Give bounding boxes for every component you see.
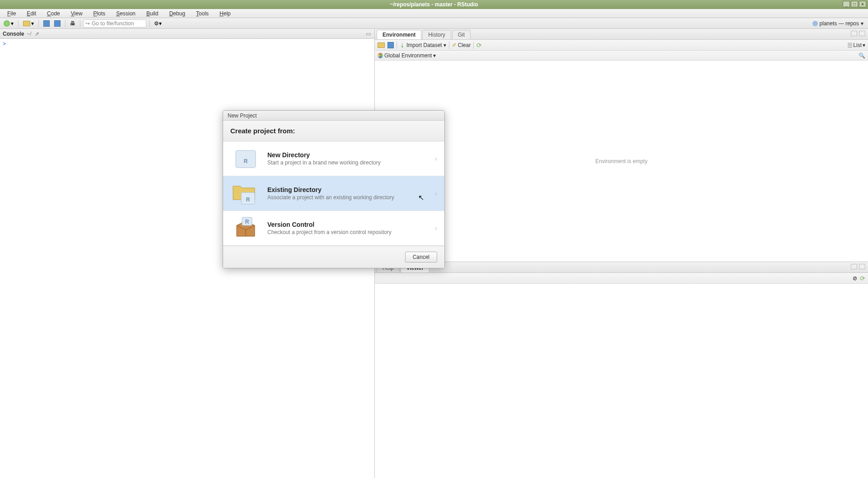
folder-icon: [23, 21, 30, 26]
menu-view[interactable]: View: [66, 9, 87, 18]
svg-text:R: R: [244, 158, 248, 164]
save-button[interactable]: [42, 19, 51, 28]
option-subtitle: Checkout a project from a version contro…: [267, 229, 429, 235]
save-workspace-button[interactable]: [387, 42, 394, 48]
search-icon: 🔍: [859, 52, 865, 59]
pane-min-icon[interactable]: [851, 264, 857, 269]
env-search-input[interactable]: 🔍: [859, 52, 865, 59]
console-maximize-icon[interactable]: ▭: [364, 30, 372, 37]
dialog-header: Create project from:: [223, 121, 444, 141]
version-control-icon: R: [230, 216, 261, 240]
option-version-control[interactable]: R Version Control Checkout a project fro…: [223, 211, 444, 246]
separator: [38, 20, 39, 27]
project-selector[interactable]: planets — repos ▾: [810, 20, 866, 27]
minimize-button[interactable]: _: [843, 1, 850, 7]
menu-help[interactable]: Help: [215, 9, 235, 18]
cancel-button[interactable]: Cancel: [405, 252, 437, 262]
window-title: ~/repos/planets - master - RStudio: [390, 1, 478, 8]
save-icon: [43, 20, 50, 27]
option-new-directory[interactable]: R New Directory Start a project in a bra…: [223, 141, 444, 176]
console-path: ~/: [27, 31, 31, 37]
separator: [149, 20, 149, 27]
console-header: Console ~/ ⇗ ▭: [0, 29, 374, 39]
svg-text:R: R: [245, 219, 249, 225]
console-popout-icon[interactable]: ⇗: [33, 30, 41, 37]
option-title: Existing Directory: [267, 186, 429, 193]
open-file-button[interactable]: ▾: [21, 19, 36, 28]
close-button[interactable]: ×: [859, 1, 866, 7]
pane-max-icon[interactable]: [859, 264, 865, 269]
menu-debug[interactable]: Debug: [165, 9, 190, 18]
goto-placeholder: Go to file/function: [92, 20, 134, 27]
new-file-button[interactable]: ▾: [2, 19, 15, 28]
new-directory-icon: R: [230, 147, 261, 170]
upper-right-tabs: Environment History Git: [375, 29, 868, 40]
clear-label: Clear: [458, 42, 471, 48]
separator: [80, 20, 80, 27]
window-controls: _ □ ×: [843, 1, 866, 7]
option-title: New Directory: [267, 151, 429, 159]
refresh-button[interactable]: ⟳: [476, 42, 482, 49]
goto-arrow-icon: ↪: [85, 20, 90, 27]
list-label: List: [853, 42, 862, 48]
dialog-titlebar: New Project: [223, 111, 444, 121]
menu-build[interactable]: Build: [142, 9, 163, 18]
save-all-button[interactable]: [52, 19, 62, 28]
list-view-button[interactable]: List▾: [848, 42, 865, 48]
load-workspace-button[interactable]: [378, 42, 385, 48]
option-title: Version Control: [267, 221, 429, 228]
dialog-footer: Cancel: [223, 246, 444, 268]
addins-button[interactable]: ⚙▾: [152, 19, 163, 28]
project-label: planets — repos: [820, 20, 859, 27]
project-icon: [812, 21, 818, 26]
pane-min-icon[interactable]: [851, 31, 857, 36]
plus-icon: [4, 20, 10, 27]
viewer-refresh-icon[interactable]: ⟳: [860, 275, 865, 282]
console-prompt: >: [3, 41, 6, 47]
import-dataset-button[interactable]: ⭳ Import Dataset▾: [400, 42, 446, 48]
broom-icon: ✐: [452, 42, 457, 48]
console-title: Console: [3, 31, 24, 37]
option-subtitle: Start a project in a brand new working d…: [267, 159, 429, 166]
tab-history[interactable]: History: [422, 30, 451, 39]
chevron-right-icon: ›: [435, 155, 437, 162]
separator: [18, 20, 19, 27]
pane-max-icon[interactable]: [859, 31, 865, 36]
env-empty-label: Environment is empty: [595, 158, 647, 164]
option-existing-directory[interactable]: R Existing Directory Associate a project…: [223, 176, 444, 211]
chevron-right-icon: ›: [435, 190, 437, 197]
env-scope-dropdown[interactable]: Global Environment▾: [378, 52, 436, 59]
menu-plots[interactable]: Plots: [89, 9, 110, 18]
menu-file[interactable]: File: [3, 9, 20, 18]
separator: [65, 20, 65, 27]
env-scope-bar: Global Environment▾ 🔍: [375, 51, 868, 61]
menu-tools[interactable]: Tools: [191, 9, 213, 18]
lower-right-tabs: Help Viewer: [375, 262, 868, 273]
option-subtitle: Associate a project with an existing wor…: [267, 194, 429, 201]
viewer-toolbar: ⊘ ⟳: [375, 273, 868, 284]
import-label: Import Dataset: [406, 42, 442, 48]
dialog-heading: Create project from:: [230, 127, 437, 135]
main-toolbar: ▾ ▾ 🖶 ↪ Go to file/function ⚙▾ planets —…: [0, 18, 868, 29]
tab-git[interactable]: Git: [452, 30, 471, 39]
env-toolbar: ⭳ Import Dataset▾ ✐ Clear ⟳ List▾: [375, 40, 868, 51]
viewer-body: [375, 284, 868, 478]
clear-button[interactable]: ✐ Clear: [452, 42, 471, 48]
viewer-remove-icon[interactable]: ⊘: [853, 275, 857, 281]
env-body: Environment is empty: [375, 61, 868, 262]
chevron-right-icon: ›: [435, 225, 437, 232]
goto-file-input[interactable]: ↪ Go to file/function: [83, 19, 146, 28]
list-icon: [848, 43, 852, 47]
tab-environment[interactable]: Environment: [377, 30, 421, 39]
menu-edit[interactable]: Edit: [22, 9, 41, 18]
globe-icon: [378, 53, 383, 58]
new-project-dialog: New Project Create project from: R New D…: [223, 110, 445, 268]
maximize-button[interactable]: □: [851, 1, 858, 7]
menu-code[interactable]: Code: [42, 9, 65, 18]
menu-session[interactable]: Session: [112, 9, 140, 18]
save-all-icon: [54, 20, 61, 27]
env-scope-label: Global Environment: [384, 52, 432, 59]
print-button[interactable]: 🖶: [68, 19, 77, 28]
chevron-down-icon: ▾: [861, 20, 863, 27]
window-titlebar: ~/repos/planets - master - RStudio _ □ ×: [0, 0, 868, 9]
